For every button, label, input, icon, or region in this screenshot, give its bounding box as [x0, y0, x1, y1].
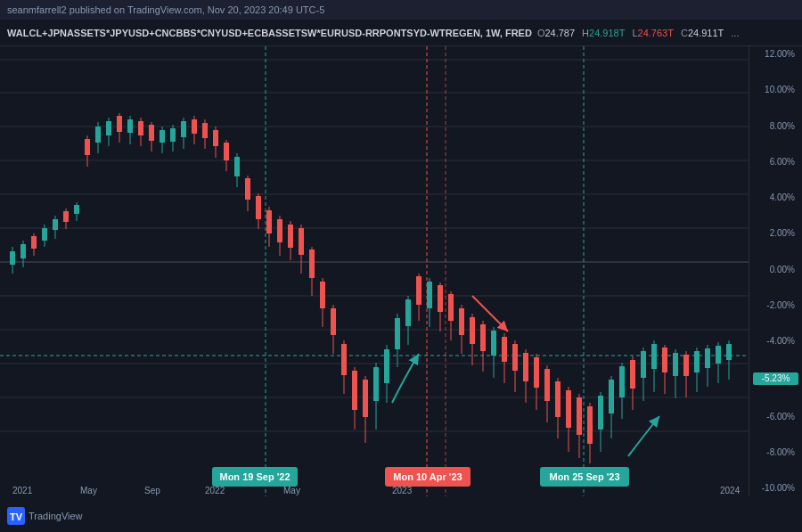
svg-rect-25 — [42, 228, 47, 241]
y-label-0: 0.00% — [753, 266, 798, 274]
svg-rect-147 — [694, 351, 700, 372]
svg-text:Mon 19 Sep '22: Mon 19 Sep '22 — [219, 471, 290, 482]
svg-rect-73 — [256, 196, 261, 219]
svg-rect-79 — [288, 225, 293, 248]
svg-rect-19 — [10, 251, 15, 265]
svg-text:Mon 25 Sep '23: Mon 25 Sep '23 — [549, 471, 619, 482]
svg-rect-77 — [277, 219, 282, 242]
top-bar: seanmfarrell2 published on TradingView.c… — [0, 0, 802, 20]
symbol-bar: WALCL+JPNASSETS*JPYUSD+CNCBBS*CNYUSD+ECB… — [0, 20, 802, 46]
y-label-neg4: -4.00% — [753, 337, 798, 346]
svg-rect-0 — [0, 46, 749, 496]
tradingview-icon: TV — [7, 507, 25, 525]
svg-rect-69 — [320, 282, 325, 308]
svg-rect-93 — [405, 299, 411, 326]
symbol-name: WALCL+JPNASSETS*JPYUSD+CNCBBS*CNYUSD+ECB… — [7, 28, 532, 38]
svg-rect-143 — [673, 353, 678, 376]
y-axis: 12.00% 10.00% 8.00% 6.00% 4.00% 2.00% 0.… — [749, 46, 802, 496]
y-label-neg2: -2.00% — [753, 301, 798, 310]
svg-rect-121 — [555, 381, 561, 417]
y-label-neg10: -10.00% — [753, 484, 798, 493]
svg-rect-97 — [427, 282, 432, 308]
svg-rect-81 — [341, 344, 347, 375]
svg-rect-109 — [491, 331, 496, 356]
low-label: L24.763T — [632, 28, 674, 38]
svg-rect-131 — [609, 380, 614, 413]
svg-rect-89 — [384, 349, 389, 383]
y-label-neg6: -6.00% — [753, 413, 798, 422]
chart-container: seanmfarrell2 published on TradingView.c… — [0, 0, 802, 532]
svg-rect-129 — [598, 396, 603, 430]
svg-rect-87 — [373, 367, 379, 401]
svg-rect-83 — [352, 371, 357, 410]
svg-rect-91 — [395, 318, 400, 349]
y-label-neg8: -8.00% — [753, 448, 798, 457]
svg-text:2023: 2023 — [392, 486, 413, 495]
svg-rect-149 — [705, 348, 710, 368]
published-info: seanmfarrell2 published on TradingView.c… — [7, 4, 324, 15]
svg-text:TV: TV — [10, 512, 23, 522]
y-label-12: 12.00% — [753, 50, 798, 59]
svg-rect-27 — [53, 219, 58, 230]
svg-rect-41 — [127, 119, 133, 133]
svg-rect-103 — [459, 308, 464, 335]
svg-text:Sep: Sep — [144, 486, 160, 495]
close-label: C24.911T — [681, 28, 724, 38]
svg-rect-123 — [566, 390, 571, 428]
svg-text:2024: 2024 — [720, 486, 741, 495]
svg-rect-59 — [224, 143, 229, 160]
y-label-highlight: -5.23% — [753, 372, 798, 385]
svg-rect-145 — [683, 355, 689, 376]
svg-rect-95 — [416, 276, 421, 305]
tv-logo: TV TradingView — [7, 507, 83, 525]
svg-rect-31 — [74, 205, 79, 214]
svg-rect-21 — [20, 244, 26, 258]
svg-rect-51 — [181, 121, 186, 137]
y-label-4: 4.00% — [753, 193, 798, 202]
svg-rect-63 — [245, 178, 250, 200]
svg-rect-125 — [577, 397, 582, 435]
svg-rect-61 — [234, 157, 240, 176]
svg-text:2022: 2022 — [205, 486, 225, 495]
svg-rect-23 — [31, 236, 37, 249]
chart-area[interactable]: Mon 19 Sep '22 Mon 10 Apr '23 Mon 25 Sep… — [0, 46, 749, 496]
svg-rect-115 — [523, 353, 528, 381]
svg-rect-105 — [470, 317, 475, 344]
svg-rect-53 — [192, 119, 197, 134]
svg-rect-99 — [438, 285, 443, 312]
svg-rect-113 — [512, 344, 518, 371]
svg-text:Mon 10 Apr '23: Mon 10 Apr '23 — [393, 471, 462, 482]
y-label-8: 8.00% — [753, 122, 798, 131]
svg-text:May: May — [283, 486, 300, 495]
svg-rect-151 — [716, 346, 721, 364]
svg-rect-139 — [651, 344, 657, 369]
svg-rect-153 — [726, 344, 732, 360]
svg-rect-137 — [641, 351, 646, 378]
svg-rect-67 — [309, 250, 315, 278]
svg-rect-117 — [534, 357, 539, 388]
high-label: H24.918T — [582, 28, 625, 38]
svg-rect-29 — [63, 211, 69, 222]
svg-text:May: May — [80, 486, 97, 495]
svg-rect-55 — [202, 123, 208, 138]
more-dots: ... — [731, 28, 739, 38]
svg-rect-37 — [106, 121, 111, 135]
svg-rect-111 — [502, 337, 507, 362]
chart-svg: Mon 19 Sep '22 Mon 10 Apr '23 Mon 25 Sep… — [0, 46, 749, 496]
y-label-2: 2.00% — [753, 229, 798, 238]
svg-rect-39 — [117, 116, 122, 132]
svg-rect-119 — [544, 369, 550, 401]
svg-rect-43 — [138, 121, 143, 135]
ohlc-values: O24.787 H24.918T L24.763T C24.911T ... — [537, 28, 740, 38]
svg-rect-127 — [587, 406, 593, 444]
svg-rect-33 — [85, 139, 90, 155]
svg-rect-141 — [662, 348, 667, 372]
svg-rect-35 — [95, 127, 101, 143]
open-label: O24.787 — [537, 28, 575, 38]
svg-rect-107 — [480, 324, 486, 351]
svg-rect-47 — [160, 130, 165, 143]
svg-rect-65 — [299, 228, 304, 255]
y-label-10: 10.00% — [753, 86, 798, 94]
svg-rect-85 — [363, 380, 368, 417]
svg-rect-45 — [149, 125, 154, 141]
